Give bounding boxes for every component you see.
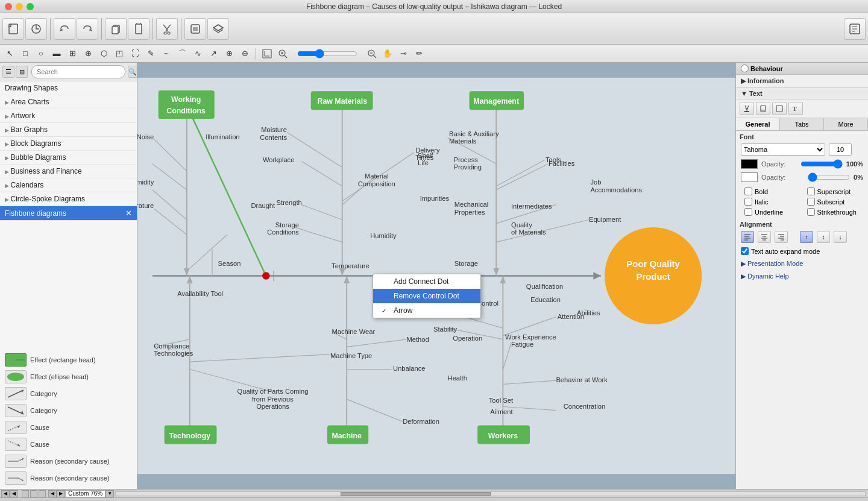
shape-item-effect-rect[interactable]: Effect (rectange head)	[2, 351, 134, 368]
text-highlight-icon[interactable]	[756, 102, 770, 115]
new-button[interactable]	[2, 18, 24, 40]
zoom-range[interactable]	[297, 49, 357, 58]
sidebar-search-button[interactable]: 🔍	[128, 66, 137, 78]
format-button[interactable]	[184, 18, 206, 40]
remove-tool[interactable]: ⊖	[237, 46, 252, 61]
open-button[interactable]	[25, 18, 47, 40]
text-bg-color-swatch[interactable]	[741, 172, 758, 182]
ctx-arrow[interactable]: ✓ Arrow	[373, 303, 480, 318]
font-size-input[interactable]: 10	[829, 143, 852, 156]
text-color-swatch[interactable]	[741, 159, 758, 169]
fishbone-close-icon[interactable]: ✕	[125, 209, 132, 218]
select-tool[interactable]: ↖	[2, 46, 17, 61]
sidebar-search-input[interactable]	[31, 65, 125, 78]
sidebar-item-drawing-shapes[interactable]: Drawing Shapes	[0, 81, 137, 95]
sidebar-item-business-finance[interactable]: Business and Finance	[0, 165, 137, 178]
zoom-fit-tool[interactable]	[260, 46, 274, 61]
dynamic-help-link[interactable]: ▶ Dynamic Help	[736, 270, 868, 283]
polygon-tool[interactable]: ⬡	[96, 46, 111, 61]
zoom-down-btn[interactable]: ▼	[105, 490, 114, 497]
cut-button[interactable]	[156, 18, 178, 40]
shape-item-effect-ellipse[interactable]: Effect (ellipse head)	[2, 368, 134, 385]
zoom-out-button[interactable]	[365, 46, 379, 61]
opacity2-slider[interactable]	[808, 172, 850, 182]
presentation-mode-link[interactable]: ▶ Presentation Mode	[736, 257, 868, 270]
ctx-add-connect-dot[interactable]: Add Connect Dot	[373, 274, 480, 289]
strikethrough-checkbox[interactable]	[807, 208, 815, 216]
sidebar-item-artwork[interactable]: Artwork	[0, 109, 137, 123]
page-next-btn[interactable]: ▶	[57, 490, 65, 497]
align-center-btn[interactable]	[758, 231, 771, 243]
ctx-remove-control-dot[interactable]: Remove Control Dot	[373, 289, 480, 303]
rect-tool[interactable]: □	[18, 46, 33, 61]
information-section-title[interactable]: ▶ Information	[741, 77, 863, 85]
frame-tool[interactable]: ⛶	[128, 46, 142, 61]
shape-item-category-2[interactable]: Category	[2, 402, 134, 419]
tab-general[interactable]: General	[736, 118, 780, 130]
subscript-checkbox[interactable]	[807, 198, 815, 206]
zoom-slider[interactable]	[291, 46, 363, 61]
arc-tool[interactable]: ⌒	[175, 46, 189, 61]
curve-tool[interactable]: ~	[159, 46, 174, 61]
behaviour-radio[interactable]	[741, 65, 749, 72]
sidebar-item-area-charts[interactable]: Area Charts	[0, 95, 137, 109]
align-left-btn[interactable]	[741, 231, 754, 243]
bold-checkbox[interactable]	[744, 187, 752, 195]
sidebar-item-circle-spoke[interactable]: Circle-Spoke Diagrams	[0, 192, 137, 206]
italic-checkbox[interactable]	[744, 198, 752, 206]
scroll-track[interactable]	[115, 491, 866, 496]
tab-tabs[interactable]: Tabs	[780, 118, 824, 130]
shape-item-reason-2[interactable]: Reason (secondary cause)	[2, 470, 134, 487]
font-name-select[interactable]: Tahoma Arial Helvetica	[741, 143, 825, 156]
canvas-area[interactable]: Poor Quality Product	[137, 63, 735, 489]
maximize-button[interactable]	[27, 3, 34, 10]
align-right-btn[interactable]	[775, 231, 788, 243]
opacity1-slider[interactable]	[800, 159, 843, 169]
shape-item-cause-1[interactable]: Cause	[2, 419, 134, 436]
text-format-icon[interactable]: T	[788, 102, 803, 115]
sidebar-item-fishbone[interactable]: Fishbone diagrams ✕	[0, 206, 137, 221]
scroll-left-btn[interactable]: ◀	[1, 490, 10, 497]
text-color-icon[interactable]	[740, 102, 754, 115]
grid-tool[interactable]: ⊞	[65, 46, 80, 61]
wave-tool[interactable]: ∿	[190, 46, 205, 61]
arrow-tool[interactable]: ↗	[206, 46, 221, 61]
scroll-right-btn[interactable]: ◀	[10, 490, 18, 497]
shape-item-reason-1[interactable]: Reason (secondary cause)	[2, 453, 134, 470]
page-dot-3[interactable]	[39, 490, 46, 497]
view-button[interactable]	[844, 18, 866, 40]
sidebar-item-bar-graphs[interactable]: Bar Graphs	[0, 123, 137, 137]
shape-item-category-1[interactable]: Category	[2, 385, 134, 402]
text-background-icon[interactable]	[772, 102, 787, 115]
copy-button[interactable]	[105, 18, 127, 40]
connect-tool[interactable]: ⊸	[396, 46, 410, 61]
redo-button[interactable]	[77, 18, 98, 40]
tab-more[interactable]: More	[824, 118, 868, 130]
close-button[interactable]	[5, 3, 12, 10]
sidebar-item-bubble-diagrams[interactable]: Bubble Diagrams	[0, 151, 137, 165]
align-bottom-btn[interactable]: ↓	[834, 231, 847, 243]
align-top-btn[interactable]: ↑	[800, 231, 813, 243]
sidebar-view-toggle[interactable]: ☰	[2, 66, 14, 78]
ellipse-tool[interactable]: ○	[34, 46, 48, 61]
align-middle-btn[interactable]: ↕	[817, 231, 830, 243]
undo-button[interactable]	[54, 18, 75, 40]
page-dot-1[interactable]	[22, 490, 29, 497]
layers-button[interactable]	[207, 18, 229, 40]
text-auto-expand-checkbox[interactable]	[741, 247, 749, 255]
shape-item-cause-2[interactable]: Cause	[2, 436, 134, 453]
zoom-in-button[interactable]	[275, 46, 290, 61]
crop-tool[interactable]: ◰	[112, 46, 127, 61]
pan-tool[interactable]: ✋	[380, 46, 395, 61]
pen-tool[interactable]: ✏	[412, 46, 426, 61]
line-tool[interactable]: ▬	[49, 46, 64, 61]
minimize-button[interactable]	[16, 3, 23, 10]
add-tool[interactable]: ⊕	[222, 46, 236, 61]
sidebar-grid-toggle[interactable]: ⊞	[16, 66, 28, 78]
sidebar-item-block-diagrams[interactable]: Block Diagrams	[0, 137, 137, 151]
behaviour-section-header[interactable]: Behaviour	[736, 63, 868, 75]
paste-button[interactable]	[128, 18, 149, 40]
sidebar-item-calendars[interactable]: Calendars	[0, 178, 137, 192]
page-dot-2[interactable]	[30, 490, 37, 497]
superscript-checkbox[interactable]	[807, 187, 815, 195]
